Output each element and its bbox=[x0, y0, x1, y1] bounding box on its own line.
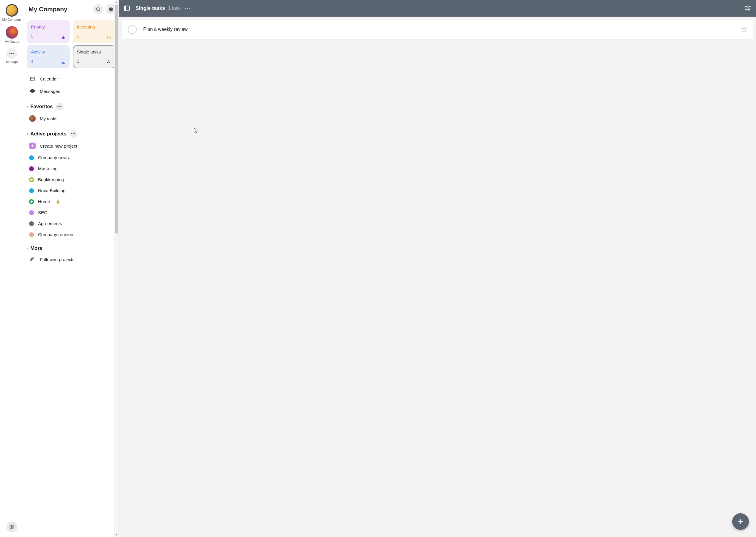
project-item[interactable]: Home🔒 bbox=[26, 196, 116, 207]
svg-line-2 bbox=[99, 10, 100, 11]
project-label: Marketing bbox=[38, 166, 58, 171]
project-label: Company news bbox=[38, 155, 68, 160]
main-area: Single tasks 1 task ••• Plan a weekly re… bbox=[119, 0, 756, 537]
task-list: Plan a weekly review bbox=[119, 17, 756, 42]
svg-point-7 bbox=[108, 60, 109, 62]
scrollbar-thumb[interactable] bbox=[115, 5, 118, 233]
main-header: Single tasks 1 task ••• bbox=[119, 0, 756, 17]
tile-title: Single tasks bbox=[77, 49, 112, 54]
add-task-fab[interactable]: + bbox=[732, 513, 749, 530]
star-icon bbox=[61, 35, 66, 40]
svg-point-1 bbox=[96, 7, 99, 10]
project-label: Create new project bbox=[40, 144, 77, 148]
workspace-company[interactable]: My Company bbox=[0, 2, 24, 24]
caret-down-icon: ▼ bbox=[26, 105, 29, 108]
caret-down-icon: ▼ bbox=[26, 133, 29, 136]
inbox-icon bbox=[107, 35, 111, 40]
project-color-icon bbox=[29, 166, 34, 171]
project-color-icon bbox=[29, 155, 34, 160]
caret-down-icon: ▼ bbox=[26, 247, 29, 250]
filter-icon bbox=[744, 5, 751, 12]
tile-priority[interactable]: Priority 0 bbox=[27, 20, 70, 43]
nav-followed-projects[interactable]: Followed projects bbox=[26, 253, 116, 266]
project-item[interactable]: Bookkeeping bbox=[26, 174, 116, 185]
project-label: SEO bbox=[38, 210, 48, 215]
section-more-button[interactable]: ••• bbox=[56, 103, 64, 110]
toggle-sidebar-button[interactable] bbox=[124, 5, 130, 11]
sidebar: My Company Priority 0 Incoming 5 bbox=[24, 0, 119, 537]
project-item[interactable]: Nova Building bbox=[26, 185, 116, 196]
manage-icon: ••• bbox=[7, 48, 17, 59]
tile-activity[interactable]: Activity 4 bbox=[27, 45, 70, 68]
project-label: Home bbox=[38, 199, 50, 204]
project-color-icon bbox=[29, 199, 34, 204]
project-item[interactable]: Marketing bbox=[26, 163, 116, 174]
nav-label: Followed projects bbox=[40, 257, 74, 262]
sidebar-scrollbar[interactable]: ▲ ▼ bbox=[114, 0, 118, 537]
header-filter-button[interactable] bbox=[744, 5, 751, 12]
task-row[interactable]: Plan a weekly review bbox=[122, 20, 753, 39]
search-button[interactable] bbox=[93, 4, 103, 14]
sidebar-header: My Company bbox=[24, 0, 118, 19]
project-label: Nova Building bbox=[38, 188, 66, 193]
avatar-icon bbox=[29, 115, 36, 122]
favorite-item-my-tasks[interactable]: My tasks bbox=[26, 112, 116, 125]
project-color-icon bbox=[29, 221, 34, 226]
dots-icon bbox=[106, 60, 111, 64]
project-item[interactable]: Agreements bbox=[26, 218, 116, 229]
section-title: Active projects bbox=[30, 131, 67, 137]
project-item[interactable]: SEO bbox=[26, 207, 116, 218]
messages-icon bbox=[29, 88, 36, 95]
star-outline-icon bbox=[741, 26, 747, 32]
tile-single-tasks[interactable]: Single tasks 1 bbox=[73, 45, 116, 68]
svg-point-15 bbox=[33, 91, 33, 91]
globe-icon bbox=[9, 524, 15, 530]
tile-count: 4 bbox=[31, 59, 66, 63]
main-title: Single tasks bbox=[136, 5, 165, 11]
svg-point-16 bbox=[31, 260, 31, 261]
workspace-manage[interactable]: ••• Manage bbox=[0, 46, 24, 66]
section-favorites-header[interactable]: ▼ Favorites ••• bbox=[26, 103, 115, 110]
sidebar-scroll[interactable]: Priority 0 Incoming 5 Activity 4 bbox=[24, 19, 118, 537]
section-projects-header[interactable]: ▼ Active projects ••• bbox=[26, 130, 115, 138]
svg-rect-18 bbox=[124, 6, 126, 11]
nav-label: Messages bbox=[40, 89, 60, 94]
scroll-up-icon: ▲ bbox=[115, 0, 118, 5]
svg-rect-8 bbox=[30, 77, 34, 81]
section-more-button[interactable]: ••• bbox=[69, 130, 77, 138]
task-checkbox[interactable] bbox=[128, 25, 137, 34]
cursor-icon bbox=[194, 128, 199, 134]
project-label: Bookkeeping bbox=[38, 177, 64, 182]
workspace-avatar-mynozbe bbox=[6, 26, 18, 39]
activity-icon bbox=[61, 60, 66, 65]
panel-icon bbox=[124, 5, 130, 11]
tile-title: Incoming bbox=[77, 24, 112, 29]
nav-messages[interactable]: Messages bbox=[26, 85, 116, 98]
globe-button[interactable] bbox=[7, 521, 17, 532]
svg-point-13 bbox=[31, 91, 32, 91]
nav-label: Calendar bbox=[40, 76, 58, 81]
task-star-button[interactable] bbox=[741, 26, 747, 32]
project-label: Company reunion bbox=[38, 232, 73, 237]
project-item[interactable]: Company news bbox=[26, 152, 116, 163]
section-more-header[interactable]: ▼ More bbox=[26, 245, 115, 251]
header-more-button[interactable]: ••• bbox=[185, 6, 191, 11]
project-label: Agreements bbox=[38, 221, 62, 226]
tile-title: Priority bbox=[31, 24, 66, 29]
workspace-rail: My Company My Nozbe ••• Manage bbox=[0, 0, 24, 537]
plus-icon: + bbox=[29, 143, 36, 149]
section-title: Favorites bbox=[30, 103, 53, 109]
svg-point-6 bbox=[109, 62, 110, 63]
workspace-label: My Company bbox=[2, 18, 22, 21]
project-item[interactable]: Company reunion bbox=[26, 229, 116, 240]
rss-icon bbox=[29, 256, 36, 263]
tile-title: Activity bbox=[31, 49, 66, 54]
tile-count: 5 bbox=[77, 34, 112, 39]
tile-incoming[interactable]: Incoming 5 bbox=[73, 20, 116, 43]
project-color-icon bbox=[29, 210, 34, 215]
workspace-label: My Nozbe bbox=[4, 40, 19, 43]
workspace-mynozbe[interactable]: My Nozbe bbox=[0, 24, 24, 46]
nav-calendar[interactable]: Calendar bbox=[26, 72, 116, 85]
create-project-button[interactable]: + Create new project bbox=[26, 140, 116, 152]
plus-icon: + bbox=[738, 516, 743, 527]
